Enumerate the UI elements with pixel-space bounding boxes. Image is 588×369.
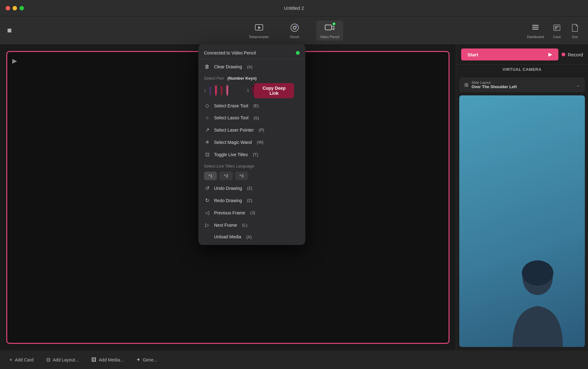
live-titles-icon: ⊡ <box>204 151 210 157</box>
sidebar-toggle-icon[interactable]: ⬛︎ <box>8 27 11 34</box>
add-layout-button[interactable]: ⊟ Add Layout... <box>43 355 82 365</box>
pen-1-icon[interactable] <box>208 85 212 96</box>
shoot-icon <box>289 22 300 33</box>
undo-drawing-item[interactable]: ↺ Undo Drawing (Z) <box>198 182 305 194</box>
undo-label: Undo Drawing <box>214 186 242 191</box>
lang-2-button[interactable]: ^2 <box>219 172 232 180</box>
copy-deep-link-button[interactable]: Copy Deep Link <box>254 83 294 98</box>
svg-point-4 <box>294 27 296 29</box>
unload-media-shortcut: (X) <box>246 235 252 239</box>
start-play-icon: ▶ <box>548 52 552 57</box>
select-magic-wand-item[interactable]: ✳ Select Magic Wand (W) <box>198 136 305 148</box>
dashboard-icon <box>530 22 541 33</box>
generate-icon: ✦ <box>136 357 140 363</box>
video-pencil-icon: ✓ <box>324 22 335 33</box>
lasso-label: Select Lasso Tool <box>214 115 248 120</box>
magic-wand-shortcut: (W) <box>257 140 263 145</box>
svg-point-5 <box>296 26 297 27</box>
close-button[interactable] <box>6 6 10 10</box>
layout-icon: ⊟ <box>46 357 50 363</box>
slide-layout-bar[interactable]: ⊞ Slide Layout Over The Shoulder Left ⌄ <box>459 77 585 92</box>
prev-frame-shortcut: (J) <box>250 210 255 215</box>
connected-status-icon <box>296 51 300 55</box>
minimize-button[interactable] <box>13 6 17 10</box>
connected-text: Connected to Video Pencil <box>204 50 256 55</box>
generate-label: Gene... <box>143 357 157 362</box>
redo-drawing-item[interactable]: ↻ Redo Drawing (Z) <box>198 194 305 207</box>
lang-1-button[interactable]: ^1 <box>204 172 217 180</box>
menu-connected-header: Connected to Video Pencil <box>198 47 305 60</box>
play-icon: ▶ <box>12 57 17 65</box>
context-menu: Connected to Video Pencil 🗑 Clear Drawin… <box>198 44 305 245</box>
doc-label: Doc <box>572 35 578 39</box>
next-frame-label: Next Frame <box>214 223 237 228</box>
previous-frame-item[interactable]: ◁ Previous Frame (J) <box>198 207 305 219</box>
add-media-label: Add Media... <box>99 357 124 362</box>
doc-icon <box>570 22 580 33</box>
record-label: Record <box>568 52 583 57</box>
add-card-button[interactable]: + Add Card <box>6 355 37 365</box>
pen-4-icon[interactable] <box>225 85 229 96</box>
svg-marker-24 <box>221 94 223 96</box>
card-label: Card <box>553 35 561 39</box>
toolbar: ⬛︎ Teleprompter Shoot <box>0 16 588 45</box>
erase-shortcut: (E) <box>253 103 259 108</box>
traffic-lights <box>6 6 24 10</box>
svg-marker-1 <box>258 26 261 29</box>
svg-rect-29 <box>252 86 254 94</box>
magic-wand-label: Select Magic Wand <box>214 140 252 145</box>
svg-rect-12 <box>555 26 559 27</box>
svg-rect-14 <box>555 29 557 29</box>
dashboard-button[interactable]: Dashboard <box>527 22 544 39</box>
unload-media-item[interactable]: Unload Media (X) <box>198 231 305 242</box>
lasso-icon: ○ <box>204 115 210 121</box>
toggle-live-titles-label: Toggle Live Titles <box>214 152 248 157</box>
lang-3-button[interactable]: ^3 <box>235 172 248 180</box>
select-laser-pointer-item[interactable]: ↗ Select Laser Pointer (P) <box>198 124 305 136</box>
next-frame-icon: ▷ <box>204 222 210 228</box>
virtual-camera-label: VIRTUAL CAMERA <box>456 65 588 74</box>
right-panel-header: Start ▶ Record <box>456 45 588 65</box>
select-erase-tool-item[interactable]: ◇ Select Erase Tool (E) <box>198 99 305 112</box>
teleprompter-tool[interactable]: Teleprompter <box>245 20 273 41</box>
teleprompter-icon <box>254 22 264 33</box>
svg-rect-25 <box>220 85 223 86</box>
clear-drawing-item[interactable]: 🗑 Clear Drawing (X) <box>198 61 305 73</box>
start-button[interactable]: Start ▶ <box>461 48 558 60</box>
toggle-live-titles-shortcut: (T) <box>253 152 258 157</box>
video-pencil-label: Video Pencil <box>320 35 339 39</box>
doc-button[interactable]: Doc <box>570 22 580 39</box>
next-frame-shortcut: (L) <box>242 223 247 227</box>
svg-marker-21 <box>215 94 217 96</box>
pen-selector-row: 1 <box>198 82 305 99</box>
next-frame-item[interactable]: ▷ Next Frame (L) <box>198 219 305 231</box>
generate-button[interactable]: ✦ Gene... <box>133 355 161 365</box>
slide-layout-top: Slide Layout <box>472 81 573 84</box>
card-icon <box>551 22 562 33</box>
video-pencil-tool[interactable]: ✓ Video Pencil <box>316 20 343 41</box>
svg-rect-22 <box>215 85 217 86</box>
record-button[interactable]: Record <box>562 52 583 57</box>
lasso-shortcut: (S) <box>253 116 259 120</box>
pen-2-icon[interactable] <box>214 85 218 96</box>
card-button[interactable]: Card <box>551 22 562 39</box>
bottom-toolbar: + Add Card ⊟ Add Layout... 🖼 Add Media..… <box>0 350 588 369</box>
slide-layout-text: Slide Layout Over The Shoulder Left <box>472 81 573 89</box>
undo-icon: ↺ <box>204 185 210 191</box>
fullscreen-button[interactable] <box>20 6 24 10</box>
clear-drawing-shortcut: (X) <box>247 65 252 69</box>
add-media-button[interactable]: 🖼 Add Media... <box>88 355 127 365</box>
layout-icon: ⊞ <box>464 82 468 88</box>
erase-icon: ◇ <box>204 103 210 109</box>
shoot-tool[interactable]: Shoot <box>286 20 304 41</box>
live-titles-lang-header: Select Live Titles Language <box>198 161 305 170</box>
toggle-live-titles-item[interactable]: ⊡ Toggle Live Titles (T) <box>198 148 305 161</box>
sidebar-toggle-area[interactable]: ⬛︎ <box>8 27 11 34</box>
svg-marker-18 <box>209 94 211 96</box>
record-dot-icon <box>562 53 565 56</box>
laser-shortcut: (P) <box>259 128 264 132</box>
chevron-down-icon: ⌄ <box>576 82 580 88</box>
pen-3-icon[interactable] <box>219 85 224 96</box>
select-lasso-tool-item[interactable]: ○ Select Lasso Tool (S) <box>198 112 305 124</box>
svg-rect-23 <box>221 85 223 94</box>
